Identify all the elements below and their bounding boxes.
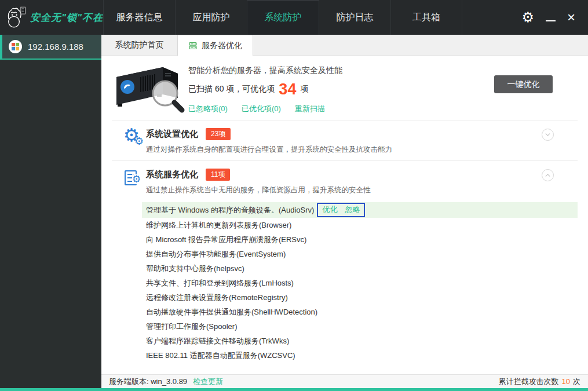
- optimized-items-link[interactable]: 已优化项(0): [242, 104, 281, 114]
- gears-icon: ⚙ ⚙: [125, 129, 144, 150]
- service-row-browser[interactable]: 维护网络上计算机的更新列表服务(Browser): [142, 218, 578, 232]
- section-system-services: ⚙ 系统服务优化 11项 通过禁止操作系统当中无用的服务，降低资源占用，提升系统…: [101, 161, 588, 201]
- ignored-items-link[interactable]: 已忽略项(0): [188, 104, 228, 114]
- status-bar: 服务端版本: win_3.0.89 检查更新 累计拦截攻击次数 10 次: [101, 374, 588, 388]
- window-controls: ⚙ ×: [521, 0, 588, 35]
- app-logo-slogan: 安全无"锁"不在: [30, 11, 103, 24]
- rescan-link[interactable]: 重新扫描: [295, 104, 325, 114]
- one-click-optimize-button[interactable]: 一键优化: [494, 75, 553, 93]
- section-system-settings: ⚙ ⚙ 系统设置优化 23项 通过对操作系统自身的配置项进行合理设置，提升系统的…: [101, 120, 588, 160]
- section-description: 通过禁止操作系统当中无用的服务，降低资源占用，提升系统的安全性: [146, 185, 536, 195]
- server-stack-icon: [188, 41, 198, 50]
- scanned-count-text: 已扫描 60 项，可优化项: [188, 84, 275, 94]
- scan-text-block: 智能分析您的服务器，提高系统安全及性能 已扫描 60 项，可优化项 34 项 已…: [188, 65, 342, 114]
- blocked-attacks-count: 10: [562, 377, 570, 386]
- service-label: 提供自动分布事件功能服务(EventSystem): [146, 249, 286, 260]
- server-illustration: [112, 57, 185, 114]
- server-sidebar: 192.168.9.188: [0, 35, 101, 388]
- nav-item-protection-logs[interactable]: 防护日志: [319, 0, 390, 35]
- blocked-attacks-counter: 累计拦截攻击次数 10 次: [499, 377, 580, 387]
- tab-server-optimization[interactable]: 服务器优化: [177, 35, 253, 56]
- nav-item-toolbox[interactable]: 工具箱: [390, 0, 462, 35]
- server-ip-label: 192.168.9.188: [28, 42, 83, 52]
- app-logo-icon: [5, 3, 27, 32]
- nav-item-system-protection[interactable]: 系统防护: [247, 0, 319, 35]
- service-row-remoteregistry[interactable]: 远程修改注册表设置服务(RemoteRegistry): [142, 290, 578, 305]
- service-label: 客户端程序跟踪链接文件移动服务(TrkWks): [146, 336, 289, 346]
- service-row-helpsvc[interactable]: 帮助和支持中心服务(helpsvc): [142, 261, 578, 276]
- check-update-link[interactable]: 检查更新: [193, 377, 223, 387]
- chevron-up-icon: [544, 171, 552, 179]
- service-row-audiosrv[interactable]: 管理基于 Windows 的程序的音频设备。(AudioSrv) 优化 忽略: [142, 202, 578, 218]
- bottom-accent-strip: [0, 388, 588, 391]
- blocked-attacks-unit: 次: [573, 377, 580, 387]
- service-label: 向 Microsoft 报告异常应用程序崩溃服务(ERSvc): [146, 235, 306, 245]
- section-title: 系统服务优化: [146, 169, 198, 180]
- app-logo: 安全无"锁"不在: [0, 0, 103, 35]
- service-label: 共享文件、打印和登录到网络服务(LmHosts): [146, 278, 294, 288]
- scanned-suffix-text: 项: [300, 84, 308, 94]
- item-count-badge: 11项: [206, 169, 230, 181]
- main-panel: 系统防护首页 服务器优化: [101, 35, 588, 388]
- service-list-icon: ⚙: [125, 170, 144, 191]
- scan-counts-line: 已扫描 60 项，可优化项 34 项: [188, 82, 342, 96]
- settings-gear-icon[interactable]: ⚙: [521, 10, 534, 24]
- tab-strip: 系统防护首页 服务器优化: [101, 35, 588, 56]
- ignore-service-link[interactable]: 忽略: [345, 204, 360, 215]
- collapse-section-button[interactable]: [542, 169, 554, 181]
- service-row-wzcsvc[interactable]: IEEE 802.11 适配器自动配置服务(WZCSVC): [142, 348, 578, 363]
- service-list: 管理基于 Windows 的程序的音频设备。(AudioSrv) 优化 忽略 维…: [101, 202, 588, 363]
- nav-item-app-protection[interactable]: 应用防护: [175, 0, 247, 35]
- scan-summary-panel: 智能分析您的服务器，提高系统安全及性能 已扫描 60 项，可优化项 34 项 已…: [101, 56, 588, 120]
- minimize-button[interactable]: [546, 13, 556, 21]
- service-row-eventsystem[interactable]: 提供自动分布事件功能服务(EventSystem): [142, 247, 578, 261]
- service-row-ersvc[interactable]: 向 Microsoft 报告异常应用程序崩溃服务(ERSvc): [142, 232, 578, 247]
- server-version-label: 服务端版本: win_3.0.89: [109, 377, 187, 387]
- blocked-attacks-label: 累计拦截攻击次数: [499, 377, 559, 387]
- service-label: 自动播放硬件事件提供通知服务(ShellHWDetection): [146, 307, 317, 317]
- sidebar-server-item[interactable]: 192.168.9.188: [0, 35, 101, 60]
- tab-server-optimization-label: 服务器优化: [202, 41, 242, 51]
- section-description: 通过对操作系统自身的配置项进行合理设置，提升系统的安全性及抗攻击能力: [146, 145, 536, 155]
- chevron-down-icon: [544, 131, 552, 138]
- service-label: 管理打印工作服务(Spooler): [146, 321, 237, 332]
- service-label: 维护网络上计算机的更新列表服务(Browser): [146, 220, 291, 231]
- nav-item-server-info[interactable]: 服务器信息: [103, 0, 175, 35]
- tab-system-protection-home[interactable]: 系统防护首页: [101, 35, 177, 56]
- scan-links-row: 已忽略项(0) 已优化项(0) 重新扫描: [188, 104, 342, 114]
- service-label: IEEE 802.11 适配器自动配置服务(WZCSVC): [146, 350, 295, 361]
- close-button[interactable]: ×: [567, 10, 575, 24]
- service-row-lmhosts[interactable]: 共享文件、打印和登录到网络服务(LmHosts): [142, 276, 578, 290]
- service-label: 管理基于 Windows 的程序的音频设备。(AudioSrv): [146, 205, 314, 215]
- expand-section-button[interactable]: [542, 129, 554, 141]
- item-count-badge: 23项: [206, 128, 231, 140]
- service-action-box: 优化 忽略: [317, 203, 365, 217]
- main-nav: 服务器信息 应用防护 系统防护 防护日志 工具箱: [103, 0, 462, 35]
- optimizable-count: 34: [279, 82, 296, 96]
- windows-icon: [9, 40, 22, 53]
- title-bar: 安全无"锁"不在 服务器信息 应用防护 系统防护 防护日志 工具箱 ⚙ ×: [0, 0, 588, 35]
- service-row-spooler[interactable]: 管理打印工作服务(Spooler): [142, 319, 578, 334]
- service-row-shellhwdetection[interactable]: 自动播放硬件事件提供通知服务(ShellHWDetection): [142, 305, 578, 319]
- service-row-trkwks[interactable]: 客户端程序跟踪链接文件移动服务(TrkWks): [142, 334, 578, 348]
- section-title: 系统设置优化: [146, 129, 198, 140]
- service-label: 远程修改注册表设置服务(RemoteRegistry): [146, 293, 288, 303]
- optimize-service-link[interactable]: 优化: [322, 204, 337, 215]
- scan-headline: 智能分析您的服务器，提高系统安全及性能: [188, 65, 342, 76]
- service-label: 帮助和支持中心服务(helpsvc): [146, 264, 244, 274]
